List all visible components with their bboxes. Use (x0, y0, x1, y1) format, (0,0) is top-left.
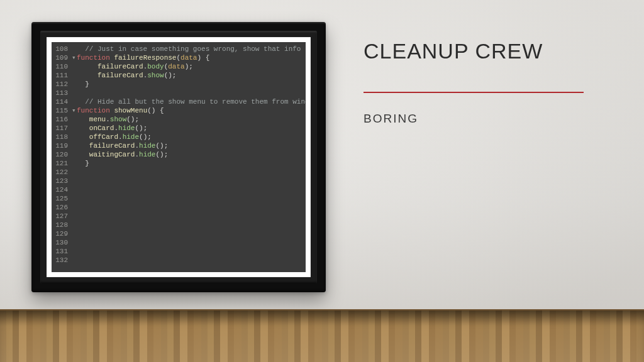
code-line: 113 (54, 89, 302, 97)
line-number: 112 (54, 80, 72, 89)
line-number: 114 (54, 97, 72, 106)
line-number: 108 (54, 45, 72, 53)
frame-bevel: 108 // Just in case something goes wrong… (40, 31, 317, 283)
line-number: 119 (54, 141, 72, 150)
code-line: 123 (54, 177, 302, 185)
code-line: 116 menu.show(); (54, 115, 302, 124)
code-content: onCard.hide(); (77, 124, 302, 133)
code-content: menu.show(); (77, 115, 302, 124)
slide-subtitle: BORING (364, 112, 418, 126)
frame-mat: 108 // Just in case something goes wrong… (47, 37, 311, 277)
picture-frame: 108 // Just in case something goes wrong… (31, 22, 326, 292)
code-line: 111 failureCard.show(); (54, 71, 302, 80)
slide-title: CLEANUP CREW (364, 39, 613, 63)
code-line: 112 } (54, 80, 302, 89)
code-line: 110 failureCard.body(data); (54, 62, 302, 71)
code-line: 129 (54, 229, 302, 238)
code-line: 124 (54, 185, 302, 194)
line-number: 113 (54, 89, 72, 97)
line-number: 120 (54, 150, 72, 159)
code-content: failureCard.body(data); (77, 62, 302, 71)
line-number: 126 (54, 203, 72, 212)
line-number: 121 (54, 159, 72, 168)
slide: 108 // Just in case something goes wrong… (0, 0, 644, 362)
code-line: 120 waitingCard.hide(); (54, 150, 302, 159)
code-line: 114 // Hide all but the show menu to rem… (54, 97, 302, 106)
title-divider (364, 92, 584, 93)
line-number: 111 (54, 71, 72, 80)
code-editor: 108 // Just in case something goes wrong… (52, 42, 306, 272)
line-number: 127 (54, 212, 72, 221)
code-content: // Hide all but the show menu to remove … (77, 97, 306, 106)
line-number: 124 (54, 185, 72, 194)
line-number: 123 (54, 177, 72, 185)
code-line: 117 onCard.hide(); (54, 124, 302, 133)
code-line: 109▾function failureResponse(data) { (54, 53, 302, 62)
code-line: 119 failureCard.hide(); (54, 141, 302, 150)
line-number: 115 (54, 106, 72, 115)
code-content: failureCard.hide(); (77, 141, 302, 150)
line-number: 116 (54, 115, 72, 124)
code-content: // Just in case something goes wrong, sh… (77, 45, 302, 53)
code-content: failureCard.show(); (77, 71, 302, 80)
code-content: offCard.hide(); (77, 133, 302, 141)
code-line: 118 offCard.hide(); (54, 133, 302, 141)
code-line: 130 (54, 238, 302, 247)
code-line: 121 } (54, 159, 302, 168)
floor (0, 309, 644, 362)
line-number: 129 (54, 229, 72, 238)
code-content: } (77, 159, 302, 168)
line-number: 131 (54, 247, 72, 256)
code-content: function failureResponse(data) { (77, 53, 302, 62)
line-number: 128 (54, 221, 72, 229)
code-content: function showMenu() { (77, 106, 302, 115)
line-number: 130 (54, 238, 72, 247)
fold-marker-icon: ▾ (72, 53, 77, 62)
code-content: waitingCard.hide(); (77, 150, 302, 159)
code-line: 115▾function showMenu() { (54, 106, 302, 115)
code-line: 132 (54, 256, 302, 265)
fold-marker-icon: ▾ (72, 106, 77, 115)
code-line: 125 (54, 194, 302, 203)
code-line: 127 (54, 212, 302, 221)
line-number: 132 (54, 256, 72, 265)
line-number: 109 (54, 53, 72, 62)
code-line: 108 // Just in case something goes wrong… (54, 45, 302, 53)
line-number: 125 (54, 194, 72, 203)
code-line: 126 (54, 203, 302, 212)
code-line: 131 (54, 247, 302, 256)
code-content: } (77, 80, 302, 89)
line-number: 122 (54, 168, 72, 177)
code-line: 128 (54, 221, 302, 229)
code-line: 122 (54, 168, 302, 177)
line-number: 110 (54, 62, 72, 71)
line-number: 118 (54, 133, 72, 141)
line-number: 117 (54, 124, 72, 133)
